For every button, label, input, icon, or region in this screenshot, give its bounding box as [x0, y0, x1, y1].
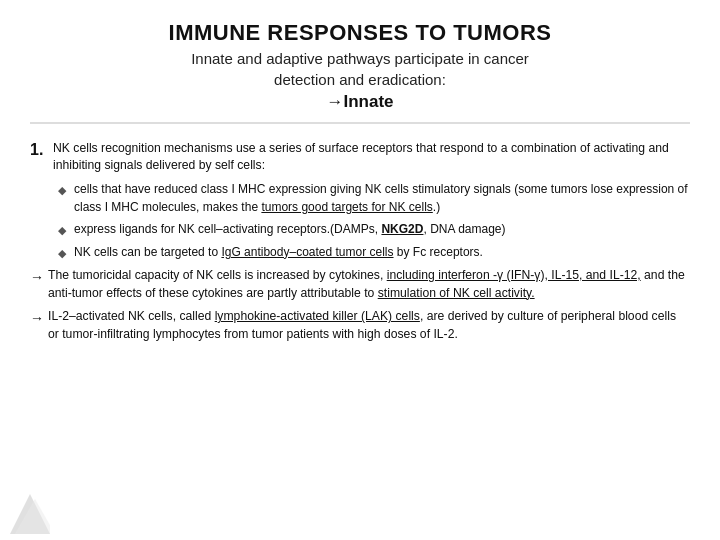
- section1-number: 1.: [30, 140, 48, 161]
- bullet-icon-2: ◆: [58, 223, 68, 239]
- slide: IMMUNE RESPONSES TO TUMORS Innate and ad…: [0, 0, 720, 540]
- bullet-icon-3: ◆: [58, 246, 68, 262]
- arrow-text-1: The tumoricidal capacity of NK cells is …: [48, 267, 690, 302]
- bullet-text-3: NK cells can be targeted to IgG antibody…: [74, 244, 483, 261]
- arrow-item-2: → IL-2–activated NK cells, called lympho…: [30, 308, 690, 343]
- subtitle-line1: Innate and adaptive pathways participate…: [191, 50, 529, 67]
- bullet-text-1: cells that have reduced class I MHC expr…: [74, 181, 690, 216]
- subtitle-line3: →Innate: [326, 92, 393, 111]
- bullet-item-3: ◆ NK cells can be targeted to IgG antibo…: [58, 244, 690, 262]
- section1-intro: NK cells recognition mechanisms use a se…: [53, 140, 690, 175]
- corner-decoration: [10, 494, 50, 534]
- subtitle: Innate and adaptive pathways participate…: [30, 48, 690, 114]
- bullet-item-1: ◆ cells that have reduced class I MHC ex…: [58, 181, 690, 216]
- bullet-item-2: ◆ express ligands for NK cell–activating…: [58, 221, 690, 239]
- title-block: IMMUNE RESPONSES TO TUMORS Innate and ad…: [30, 20, 690, 124]
- subtitle-line2: detection and eradication:: [274, 71, 446, 88]
- bullet-icon-1: ◆: [58, 183, 68, 199]
- arrow-item-1: → The tumoricidal capacity of NK cells i…: [30, 267, 690, 302]
- arrow-prefix-1: →: [30, 267, 46, 287]
- bullet-text-2: express ligands for NK cell–activating r…: [74, 221, 506, 238]
- arrow-text-2: IL-2–activated NK cells, called lymphoki…: [48, 308, 690, 343]
- main-title: IMMUNE RESPONSES TO TUMORS: [30, 20, 690, 46]
- bullet-group: ◆ cells that have reduced class I MHC ex…: [58, 181, 690, 262]
- arrow-prefix-2: →: [30, 308, 46, 328]
- section1: 1. NK cells recognition mechanisms use a…: [30, 140, 690, 175]
- content-area: 1. NK cells recognition mechanisms use a…: [30, 134, 690, 524]
